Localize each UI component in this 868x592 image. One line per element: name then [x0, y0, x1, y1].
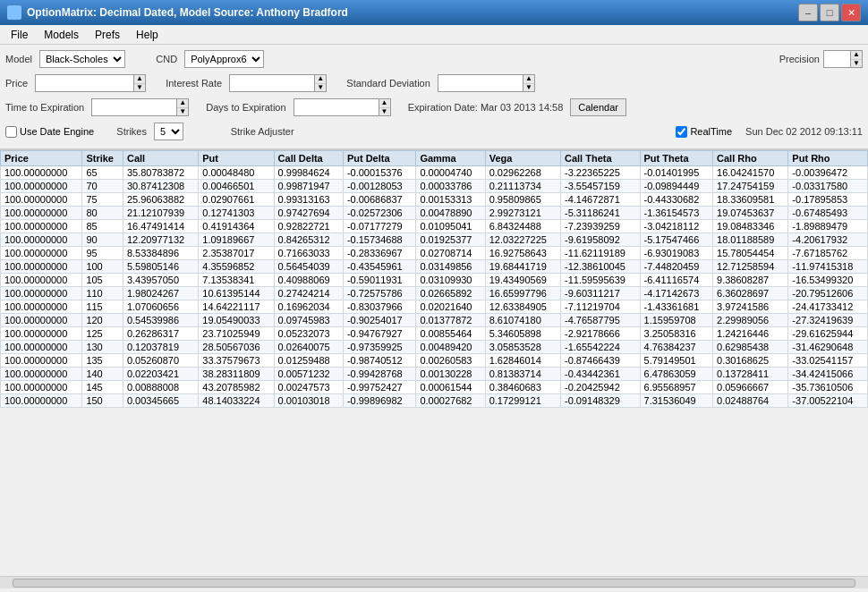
table-cell: 0.13728411	[713, 368, 788, 381]
price-input[interactable]: 100.00000000	[35, 74, 133, 92]
table-cell: 100.00000000	[1, 220, 82, 233]
table-row: 100.000000001005.598051464.355968520.564…	[1, 260, 868, 274]
table-row: 100.000000001101.9802426710.613951440.27…	[1, 287, 868, 300]
table-cell: 0.05260870	[123, 354, 198, 368]
table-cell: 8.61074180	[485, 314, 560, 327]
table-cell: 0.99984624	[274, 166, 343, 180]
days-to-exp-input[interactable]: 91.23987269	[294, 98, 379, 116]
table-cell: 0.02203421	[123, 368, 198, 381]
table-cell: 0.00571232	[274, 368, 343, 381]
menu-help[interactable]: Help	[129, 27, 166, 43]
table-cell: 1.15959708	[640, 314, 713, 327]
precision-arrows: ▲ ▼	[850, 50, 863, 68]
table-cell: -0.00396472	[788, 166, 868, 180]
cnd-dropdown[interactable]: PolyApprox6	[184, 50, 264, 68]
table-cell: 12.71258594	[713, 260, 788, 274]
table-cell: 0.02488764	[713, 394, 788, 408]
table-header: Price Strike Call Put Call Delta Put Del…	[1, 151, 868, 166]
days-to-exp-down[interactable]: ▼	[379, 108, 390, 116]
table-cell: -0.99896982	[343, 394, 416, 408]
table-cell: 33.37579673	[199, 354, 274, 368]
model-select[interactable]: Black-Scholes	[39, 50, 125, 68]
table-cell: 0.01259488	[274, 354, 343, 368]
strikes-select[interactable]: 5	[154, 123, 183, 140]
cnd-label: CND	[156, 54, 177, 64]
header-row: Price Strike Call Put Call Delta Put Del…	[1, 151, 868, 166]
strikes-dropdown[interactable]: 5	[154, 123, 183, 140]
scrollbar-area	[0, 576, 868, 588]
table-cell: -35.73610506	[788, 381, 868, 394]
realtime-checkbox[interactable]: RealTime	[676, 126, 732, 138]
table-cell: -2.92178666	[560, 327, 640, 341]
table-cell: 0.02640075	[274, 341, 343, 354]
table-row: 100.000000001300.1203781928.505670360.02…	[1, 341, 868, 354]
table-cell: 125	[82, 327, 123, 341]
table-cell: 100.00000000	[1, 368, 82, 381]
menu-bar: File Models Prefs Help	[0, 25, 868, 45]
time-to-exp-input[interactable]: 0.24997225	[91, 98, 176, 116]
table-cell: -34.42415066	[788, 368, 868, 381]
days-to-exp-spinbox[interactable]: 91.23987269 ▲ ▼	[294, 98, 391, 116]
table-cell: 100.00000000	[1, 341, 82, 354]
table-cell: -1.43361681	[640, 300, 713, 314]
use-date-engine-checkbox[interactable]: Use Date Engine	[5, 126, 94, 138]
table-cell: 12.03227225	[485, 233, 560, 247]
table-cell: 0.56454039	[274, 260, 343, 274]
menu-models[interactable]: Models	[37, 27, 86, 43]
table-cell: 21.12107939	[123, 207, 198, 220]
table-cell: -0.43545961	[343, 260, 416, 274]
time-to-exp-spinbox[interactable]: 0.24997225 ▲ ▼	[91, 98, 189, 116]
table-cell: 0.05232073	[274, 327, 343, 341]
cnd-select[interactable]: PolyApprox6	[184, 50, 264, 68]
table-cell: 0.54539986	[123, 314, 198, 327]
table-cell: 0.16962034	[274, 300, 343, 314]
precision-input[interactable]: 8	[823, 50, 850, 68]
table-cell: 0.00345665	[123, 394, 198, 408]
title-bar-buttons: – □ ✕	[798, 4, 861, 21]
table-cell: 8.53384896	[123, 247, 198, 260]
price-spinbox[interactable]: 100.00000000 ▲ ▼	[35, 74, 146, 92]
table-cell: -3.04218112	[640, 220, 713, 233]
std-dev-down[interactable]: ▼	[523, 84, 534, 92]
table-cell: 0.00004740	[416, 166, 485, 180]
table-cell: 38.28311809	[199, 368, 274, 381]
table-row: 100.000000001350.0526087033.375796730.01…	[1, 354, 868, 368]
time-to-exp-down[interactable]: ▼	[177, 108, 188, 116]
table-cell: 135	[82, 354, 123, 368]
table-cell: -7.11219704	[560, 300, 640, 314]
table-cell: -3.55457159	[560, 180, 640, 193]
close-button[interactable]: ✕	[841, 4, 861, 21]
table-cell: 2.35387017	[199, 247, 274, 260]
precision-spinbox[interactable]: 8 ▲ ▼	[823, 50, 863, 68]
table-cell: 6.47863059	[640, 368, 713, 381]
interest-rate-down[interactable]: ▼	[315, 84, 326, 92]
std-dev-spinbox[interactable]: 0.25000000 ▲ ▼	[438, 74, 535, 92]
use-date-engine-input[interactable]	[5, 126, 17, 138]
realtime-input[interactable]	[676, 126, 687, 138]
std-dev-input[interactable]: 0.25000000	[438, 74, 523, 92]
maximize-button[interactable]: □	[820, 4, 839, 21]
price-down[interactable]: ▼	[134, 84, 145, 92]
table-cell: 3.97241586	[713, 300, 788, 314]
table-cell: -7.23939259	[560, 220, 640, 233]
interest-rate-input[interactable]: 0.05000000	[229, 74, 314, 92]
precision-down[interactable]: ▼	[851, 60, 862, 68]
table-cell: 6.95568957	[640, 381, 713, 394]
controls-row-3: Time to Expiration 0.24997225 ▲ ▼ Days t…	[5, 97, 863, 118]
menu-prefs[interactable]: Prefs	[88, 27, 127, 43]
table-cell: 18.33609581	[713, 193, 788, 207]
table-cell: -12.38610045	[560, 260, 640, 274]
controls-row-1: Model Black-Scholes CND PolyApprox6 Prec…	[5, 48, 863, 70]
table-cell: -29.61625944	[788, 327, 868, 341]
table-cell: 23.71025949	[199, 327, 274, 341]
table-cell: 25.96063882	[123, 193, 198, 207]
calendar-button[interactable]: Calendar	[570, 98, 626, 116]
model-label: Model	[5, 54, 32, 64]
menu-file[interactable]: File	[4, 27, 35, 43]
horizontal-scrollbar[interactable]	[13, 579, 855, 588]
interest-rate-spinbox[interactable]: 0.05000000 ▲ ▼	[229, 74, 327, 92]
table-cell: -0.09894449	[640, 180, 713, 193]
minimize-button[interactable]: –	[798, 4, 818, 21]
table-cell: 15.78054454	[713, 247, 788, 260]
model-dropdown[interactable]: Black-Scholes	[39, 50, 125, 68]
